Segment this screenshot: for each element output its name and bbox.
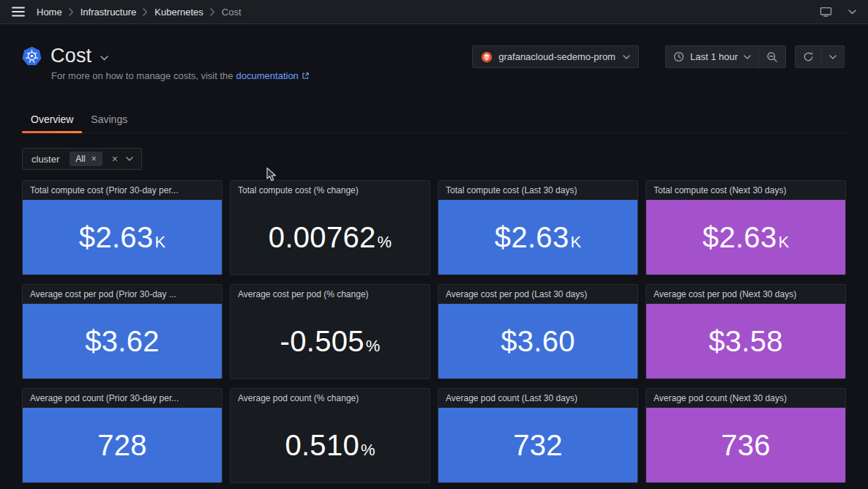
time-controls: Last 1 hour xyxy=(665,45,786,68)
clear-filter-icon[interactable]: × xyxy=(112,154,118,164)
breadcrumb-separator-icon xyxy=(143,8,148,16)
stat-unit-suffix: K xyxy=(154,233,165,252)
panel-title[interactable]: Total compute cost (Next 30 days) xyxy=(654,185,786,195)
stat-value: 728 xyxy=(97,429,147,462)
stat-value-wrap: 0.00762% xyxy=(269,221,392,254)
datasource-picker[interactable]: grafanacloud-sedemo-prom xyxy=(472,45,639,68)
dashboard-header: Cost For more on how to manage costs, vi… xyxy=(0,24,868,81)
stat-value-area: $3.60 xyxy=(438,304,637,378)
time-range-chevron-down-icon xyxy=(744,55,751,59)
panel-header: Total compute cost (Prior 30-day per... xyxy=(23,181,222,200)
dashboard-description: For more on how to manage costs, visit t… xyxy=(51,70,310,81)
panel-title[interactable]: Average cost per pod (Prior 30-day ... xyxy=(30,289,176,299)
refresh-button[interactable] xyxy=(796,46,821,67)
panel-header: Average pod count (% change) xyxy=(231,389,430,408)
stat-value: -0.505 xyxy=(280,325,364,358)
stat-value-wrap: $2.63K xyxy=(495,221,581,254)
documentation-link[interactable]: documentation xyxy=(236,70,310,81)
refresh-chevron-down-icon xyxy=(829,55,837,59)
stat-panel: Average cost per pod (% change)-0.505% xyxy=(230,284,430,379)
active-tab-indicator xyxy=(22,131,82,133)
remove-filter-value-icon[interactable]: × xyxy=(91,154,97,164)
stat-panel: Average pod count (Next 30 days)736 xyxy=(646,388,846,483)
panel-title[interactable]: Average cost per pod (% change) xyxy=(238,289,369,299)
filter-chevron-down-icon[interactable] xyxy=(126,157,133,161)
stat-value: 0.00762 xyxy=(269,221,376,254)
breadcrumb-item[interactable]: Home xyxy=(37,7,62,18)
refresh-controls xyxy=(795,45,845,68)
tab-savings[interactable]: Savings xyxy=(82,109,136,132)
panel-header: Total compute cost (% change) xyxy=(231,181,430,200)
stat-value-area: $3.62 xyxy=(23,304,222,378)
zoom-out-time-button[interactable] xyxy=(758,46,785,67)
stat-value-area: 0.00762% xyxy=(231,200,430,275)
panel-header: Average cost per pod (Next 30 days) xyxy=(646,285,845,304)
title-block: Cost For more on how to manage costs, vi… xyxy=(22,45,310,81)
stat-value-area: 728 xyxy=(23,408,222,482)
stat-unit-suffix: % xyxy=(361,441,375,460)
datasource-label: grafanacloud-sedemo-prom xyxy=(498,51,616,62)
stat-panel: Average pod count (% change)0.510% xyxy=(230,388,430,483)
panel-grid: Total compute cost (Prior 30-day per...$… xyxy=(22,180,846,483)
stat-value-area: -0.505% xyxy=(231,304,430,378)
stat-value: $2.63 xyxy=(703,221,777,254)
stat-value-area: $3.58 xyxy=(646,304,845,378)
zoom-out-icon xyxy=(766,51,778,63)
menu-icon[interactable] xyxy=(12,7,25,17)
filter-value-chip[interactable]: All × xyxy=(70,152,102,166)
stat-panel: Total compute cost (Last 30 days)$2.63K xyxy=(438,180,638,275)
stat-value-area: 0.510% xyxy=(231,408,430,482)
breadcrumb: HomeInfrastructureKubernetesCost xyxy=(37,7,242,18)
stat-value-wrap: $3.60 xyxy=(501,325,575,358)
stat-value-wrap: -0.505% xyxy=(280,325,381,358)
stat-value: $2.63 xyxy=(79,221,154,254)
stat-panel: Total compute cost (% change)0.00762% xyxy=(230,180,430,275)
filter-label: cluster xyxy=(23,149,68,169)
stat-value-area: $2.63K xyxy=(23,200,222,275)
title-chevron-down-icon[interactable] xyxy=(100,56,108,61)
breadcrumb-item[interactable]: Infrastructure xyxy=(81,7,137,18)
stat-unit-suffix: % xyxy=(378,233,392,252)
external-link-icon xyxy=(302,72,310,80)
panel-title[interactable]: Average pod count (Prior 30-day per... xyxy=(30,393,179,403)
stat-value: 736 xyxy=(721,429,771,462)
panel-title[interactable]: Average pod count (Next 30 days) xyxy=(654,393,787,403)
stat-panel: Average pod count (Last 30 days)732 xyxy=(438,388,638,483)
filter-actions: × xyxy=(107,154,141,164)
panel-title[interactable]: Average cost per pod (Next 30 days) xyxy=(654,289,796,299)
stat-value: 0.510 xyxy=(285,429,359,462)
kiosk-monitor-icon[interactable] xyxy=(820,6,832,18)
dashboard-controls: grafanacloud-sedemo-prom Last 1 hour xyxy=(472,45,845,68)
time-range-picker[interactable]: Last 1 hour xyxy=(666,46,758,67)
stat-panel: Average cost per pod (Last 30 days)$3.60 xyxy=(438,284,638,379)
panel-title[interactable]: Total compute cost (Last 30 days) xyxy=(446,185,577,195)
topnav-actions xyxy=(820,6,856,18)
kubernetes-logo-icon xyxy=(22,46,42,66)
stat-value-wrap: $2.63K xyxy=(703,221,789,254)
tab-bar: OverviewSavings xyxy=(22,109,846,133)
panel-header: Total compute cost (Next 30 days) xyxy=(646,181,845,200)
panel-title[interactable]: Average pod count (Last 30 days) xyxy=(446,393,577,403)
panel-title[interactable]: Average pod count (% change) xyxy=(238,393,359,403)
panel-title[interactable]: Total compute cost (Prior 30-day per... xyxy=(30,185,179,195)
stat-value-wrap: $3.58 xyxy=(708,325,783,358)
topnav-chevron-down-icon[interactable] xyxy=(848,10,856,15)
stat-value: 732 xyxy=(513,429,563,462)
panel-title[interactable]: Average cost per pod (Last 30 days) xyxy=(446,289,587,299)
panel-header: Total compute cost (Last 30 days) xyxy=(438,181,637,200)
refresh-interval-dropdown[interactable] xyxy=(821,46,844,67)
stat-value-wrap: $2.63K xyxy=(79,221,165,254)
stat-value-wrap: 728 xyxy=(97,429,147,462)
stat-value: $3.62 xyxy=(85,325,160,358)
breadcrumb-item[interactable]: Kubernetes xyxy=(154,7,203,18)
tab-overview[interactable]: Overview xyxy=(22,109,82,132)
datasource-chevron-down-icon xyxy=(623,55,630,59)
cluster-filter: cluster All × × xyxy=(22,148,142,170)
panel-header: Average cost per pod (Last 30 days) xyxy=(438,285,637,304)
panel-header: Average pod count (Last 30 days) xyxy=(438,389,637,408)
stat-value-area: 736 xyxy=(646,408,845,482)
panel-header: Average cost per pod (Prior 30-day ... xyxy=(23,285,222,304)
filter-row: cluster All × × xyxy=(22,148,846,170)
stat-value-area: $2.63K xyxy=(438,200,637,275)
panel-title[interactable]: Total compute cost (% change) xyxy=(238,185,359,195)
